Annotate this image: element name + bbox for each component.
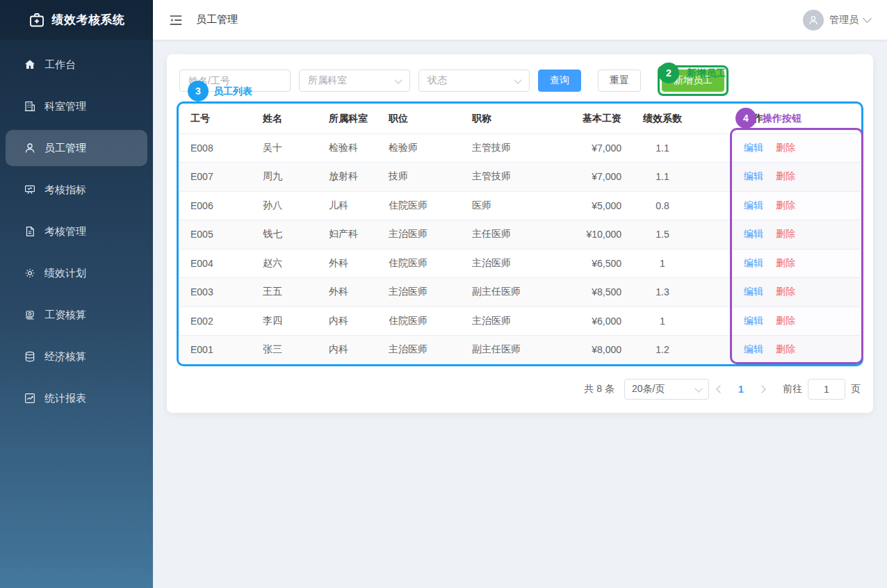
edit-button[interactable]: 编辑 [744, 286, 763, 297]
cell-department: 外科 [329, 278, 389, 307]
cell-coefficient: 1.1 [621, 133, 703, 163]
sidebar-item-assessments[interactable]: 考核管理 [6, 213, 147, 250]
document-icon [24, 225, 36, 238]
col-header-salary: 基本工资 [557, 104, 621, 133]
prev-page-button[interactable] [709, 379, 731, 400]
cell-position: 住院医师 [389, 307, 472, 336]
reset-button[interactable]: 重置 [598, 70, 641, 92]
cell-id: E003 [179, 278, 263, 307]
page-title: 员工管理 [196, 13, 238, 26]
sidebar-item-label: 经济核算 [44, 350, 86, 364]
col-header-department: 所属科室 [329, 104, 389, 133]
table-row: E001 张三 内科 主治医师 副主任医师 ¥8,000 1.2 编辑删除 [179, 336, 861, 365]
cell-salary: ¥7,000 [557, 133, 621, 163]
delete-button[interactable]: 删除 [776, 228, 795, 239]
page: 绩效考核系统 工作台 科室管理 [0, 0, 887, 588]
cell-title: 主任医师 [472, 220, 557, 250]
cell-title: 副主任医师 [472, 336, 557, 365]
delete-button[interactable]: 删除 [776, 170, 795, 181]
delete-button[interactable]: 删除 [776, 142, 795, 153]
edit-button[interactable]: 编辑 [744, 315, 763, 326]
cell-salary: ¥10,000 [557, 220, 621, 250]
edit-button[interactable]: 编辑 [744, 343, 763, 354]
cell-position: 主治医师 [389, 278, 472, 307]
sidebar-item-workbench[interactable]: 工作台 [6, 47, 147, 83]
sidebar-item-label: 工作台 [44, 58, 76, 72]
cell-name: 李四 [263, 307, 329, 336]
cell-department: 检验科 [329, 133, 389, 163]
sidebar: 绩效考核系统 工作台 科室管理 [0, 0, 153, 588]
cell-id: E008 [179, 133, 263, 163]
home-icon [24, 58, 36, 71]
medkit-icon [29, 12, 45, 28]
delete-button[interactable]: 删除 [776, 315, 795, 326]
current-page[interactable]: 1 [731, 384, 751, 395]
search-button[interactable]: 查询 [538, 70, 581, 92]
employee-card: 所属科室 状态 查询 重置 新增员工 工号 [167, 54, 873, 413]
sidebar-item-label: 绩效计划 [44, 267, 86, 280]
table-row: E006 孙八 儿科 住院医师 医师 ¥5,000 0.8 编辑删除 [179, 191, 861, 220]
annotation-box-add-employee: 新增员工 [658, 65, 729, 96]
sidebar-item-indicators[interactable]: 考核指标 [6, 172, 147, 208]
cell-position: 住院医师 [389, 191, 472, 220]
gear-icon [24, 267, 36, 279]
edit-button[interactable]: 编辑 [744, 170, 763, 181]
edit-button[interactable]: 编辑 [744, 228, 763, 239]
edit-button[interactable]: 编辑 [744, 199, 763, 211]
sidebar-item-salary[interactable]: 工资核算 [6, 297, 147, 333]
chevron-left-icon [716, 385, 724, 393]
delete-button[interactable]: 删除 [776, 286, 795, 297]
sidebar-item-employees[interactable]: 员工管理 [6, 130, 147, 166]
cell-department: 儿科 [329, 191, 389, 220]
cell-department: 妇产科 [329, 220, 389, 250]
sidebar-item-economics[interactable]: 经济核算 [6, 338, 147, 375]
sidebar-item-performance-plan[interactable]: 绩效计划 [6, 255, 147, 291]
sidebar-item-label: 工资核算 [44, 309, 86, 322]
cell-coefficient: 1.1 [621, 163, 703, 192]
table-row: E005 钱七 妇产科 主治医师 主任医师 ¥10,000 1.5 编辑删除 [179, 220, 861, 250]
sidebar-item-label: 考核管理 [44, 225, 86, 238]
department-select[interactable]: 所属科室 [299, 70, 410, 92]
page-size-select[interactable]: 20条/页 [624, 379, 709, 400]
cell-position: 主治医师 [389, 220, 472, 250]
keyword-input[interactable] [179, 70, 291, 92]
add-employee-button[interactable]: 新增员工 [662, 70, 724, 92]
cell-coefficient: 1.3 [621, 278, 703, 307]
chevron-down-icon [694, 384, 702, 392]
table-row: E004 赵六 外科 住院医师 主治医师 ¥6,500 1 编辑删除 [179, 249, 861, 278]
cell-name: 吴十 [263, 133, 329, 163]
cell-id: E001 [179, 336, 263, 365]
edit-button[interactable]: 编辑 [744, 257, 763, 268]
user-menu[interactable]: 管理员 [803, 10, 870, 31]
delete-button[interactable]: 删除 [776, 343, 795, 354]
goto-page-input[interactable] [808, 379, 845, 400]
collapse-menu-icon[interactable] [168, 13, 184, 28]
next-page-button[interactable] [751, 379, 773, 400]
col-header-spacer [703, 104, 731, 133]
wallet-icon [24, 309, 36, 321]
delete-button[interactable]: 删除 [776, 257, 795, 268]
table-row: E007 周九 放射科 技师 主管技师 ¥7,000 1.1 编辑删除 [179, 163, 861, 192]
cell-coefficient: 1.5 [621, 220, 703, 250]
status-select[interactable]: 状态 [418, 70, 530, 92]
building-icon [24, 100, 36, 113]
cell-id: E006 [179, 191, 263, 220]
pagination: 共 8 条 20条/页 1 前往 页 [584, 378, 861, 400]
user-icon [24, 142, 36, 154]
cell-department: 放射科 [329, 163, 389, 192]
table-row: E003 王五 外科 主治医师 副主任医师 ¥8,500 1.3 编辑删除 [179, 278, 861, 307]
delete-button[interactable]: 删除 [776, 199, 795, 211]
sidebar-item-label: 员工管理 [44, 142, 86, 155]
cell-salary: ¥5,000 [557, 191, 621, 220]
department-select-placeholder: 所属科室 [308, 74, 347, 87]
edit-button[interactable]: 编辑 [744, 142, 763, 153]
cell-name: 王五 [263, 278, 329, 307]
cell-position: 技师 [389, 163, 472, 192]
cell-coefficient: 0.8 [621, 191, 703, 220]
cell-coefficient: 1 [621, 307, 703, 336]
user-avatar-icon [803, 10, 824, 31]
user-name: 管理员 [829, 14, 858, 26]
cell-department: 内科 [329, 307, 389, 336]
sidebar-item-reports[interactable]: 统计报表 [6, 380, 147, 416]
sidebar-item-departments[interactable]: 科室管理 [6, 88, 147, 124]
